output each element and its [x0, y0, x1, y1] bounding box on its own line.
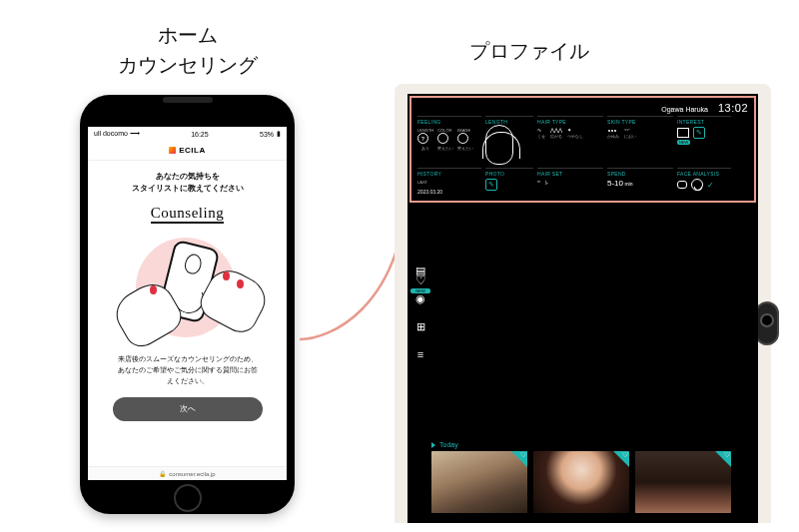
style-thumb-2[interactable]: ♡	[533, 451, 629, 513]
faceanalysis-section: FACE ANALYSIS ✓	[677, 168, 731, 195]
lock-icon: 🔒	[159, 470, 166, 477]
title-home: ホーム	[158, 24, 218, 46]
next-button[interactable]: 次へ	[113, 397, 263, 421]
title-home-counseling: ホーム カウンセリング	[60, 20, 315, 80]
today-label: Today	[439, 441, 458, 448]
photo-section: PHOTO ✎	[485, 168, 533, 195]
description-text: 来店後のスムーズなカウンセリングのため、 あなたのご希望やご気分に関する質問にお…	[100, 353, 275, 387]
rail-camera-icon[interactable]: ◉	[413, 291, 427, 305]
kiosk-device: Ogawa Haruka 13:02 FEELING LENGTHあり COLO…	[395, 84, 771, 523]
title-profile: プロファイル	[469, 38, 589, 65]
user-name: Ogawa Haruka	[661, 106, 708, 113]
rail-list-icon[interactable]: ≡	[413, 347, 427, 361]
clock: 13:02	[718, 102, 748, 114]
url-text: consumer.ecila.jp	[169, 471, 215, 477]
phone-earpiece	[163, 97, 213, 103]
status-time: 16:25	[191, 131, 209, 138]
hairtype-volume-icon[interactable]: ⋀⋀⋀	[550, 127, 562, 133]
kiosk-camera-icon	[755, 301, 779, 345]
feeling-section: FEELING LENGTHあり COLOR変えたい IMAGE変えたい	[417, 116, 481, 165]
interest-edit-button[interactable]: ✎	[693, 127, 705, 139]
feeling-image-icon[interactable]	[457, 133, 468, 144]
profile-panel: Ogawa Haruka 13:02 FEELING LENGTHあり COLO…	[409, 96, 756, 203]
hand-illustration	[118, 228, 258, 347]
battery-icon: ▮	[277, 130, 281, 138]
face-check-icon[interactable]	[691, 179, 703, 191]
length-section: LENGTH	[485, 116, 533, 165]
today-arrow-icon[interactable]	[431, 442, 435, 448]
style-thumb-1[interactable]: ♡	[431, 451, 527, 513]
chat-icon[interactable]	[677, 181, 687, 189]
phone-screen: ull docomo ⟶ 16:25 53% ▮ ECILA あなたの気持ちを …	[88, 127, 287, 480]
phone-home-button[interactable]	[174, 484, 202, 512]
phone-device: ull docomo ⟶ 16:25 53% ▮ ECILA あなたの気持ちを …	[80, 95, 295, 514]
status-bar: ull docomo ⟶ 16:25 53% ▮	[88, 127, 287, 141]
interest-section: INTEREST ✎ NEW	[677, 116, 731, 165]
interest-new-badge: NEW	[677, 140, 690, 145]
app-header: ECILA	[88, 141, 287, 161]
title-counseling: カウンセリング	[118, 54, 258, 76]
photo-edit-button[interactable]: ✎	[485, 179, 497, 191]
history-section: HISTORY LAST 2023.03.20	[417, 168, 481, 195]
feeling-length-icon[interactable]	[417, 133, 428, 144]
length-silhouette-icon[interactable]	[485, 125, 513, 165]
hairtype-shine-icon[interactable]: ✦	[567, 127, 571, 133]
feeling-color-icon[interactable]	[437, 133, 448, 144]
app-name: ECILA	[179, 146, 206, 155]
dryer-icon[interactable]: ⌔	[537, 179, 540, 185]
interest-photo-icon[interactable]	[677, 128, 689, 138]
counseling-heading: Counseling	[100, 205, 275, 222]
browser-url-bar[interactable]: 🔒 consumer.ecila.jp	[88, 466, 287, 480]
status-battery: 53%	[260, 131, 274, 138]
hairtype-curl-icon[interactable]: ∿	[537, 127, 541, 133]
hairtype-section: HAIR TYPE ∿くせ ⋀⋀⋀広がる ✦つやなし	[537, 116, 603, 165]
rail-book-icon[interactable]: ▤	[413, 264, 427, 277]
rail-window-icon[interactable]: ⊞	[413, 319, 427, 333]
skin-smell-icon[interactable]: 〰	[624, 127, 629, 133]
spend-section: SPEND 5-10 min	[607, 168, 673, 195]
brush-icon[interactable]: ⍼	[545, 179, 548, 185]
left-rail: ▤ ◉ ⊞ ≡	[410, 224, 430, 523]
skin-itch-icon[interactable]	[607, 127, 616, 133]
status-carrier: ull docomo ⟶	[94, 130, 140, 138]
kiosk-screen: Ogawa Haruka 13:02 FEELING LENGTHあり COLO…	[407, 94, 758, 523]
today-strip: Today ♡ ♡ ♡	[431, 441, 754, 519]
style-thumb-3[interactable]: ♡	[635, 451, 731, 513]
app-logo-icon	[169, 147, 176, 154]
hairset-section: HAIR SET ⌔ ⍼	[537, 168, 603, 195]
lead-text: あなたの気持ちを スタイリストに教えてください	[100, 171, 275, 195]
skintype-section: SKIN TYPE かゆみ 〰におい	[607, 116, 673, 165]
